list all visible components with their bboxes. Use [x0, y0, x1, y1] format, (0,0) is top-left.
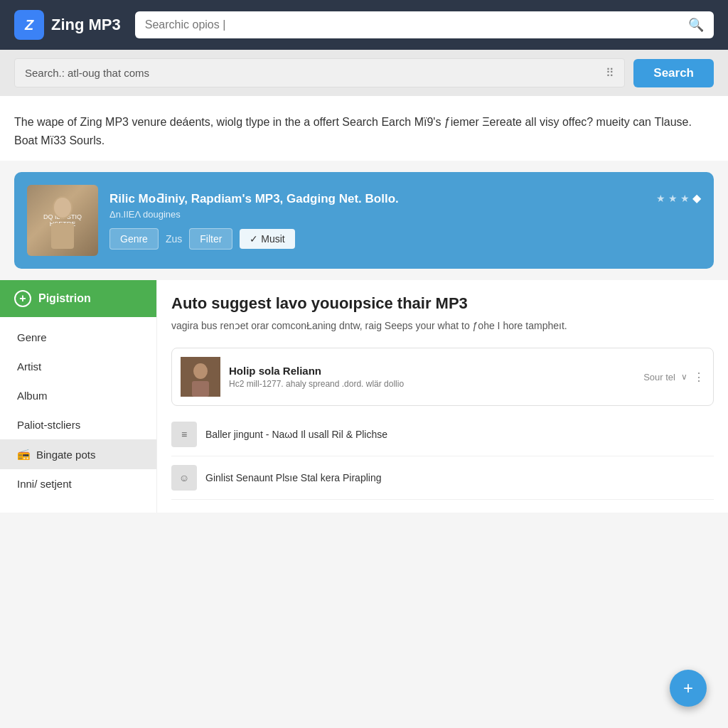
svg-rect-2	[51, 223, 74, 249]
logo-name: Zing MP3	[51, 16, 121, 34]
svg-rect-5	[192, 381, 209, 397]
featured-thumbnail: DQ ILO STIQ HSETRE	[27, 185, 98, 256]
thumbnail-image: DQ ILO STIQ HSETRE	[27, 185, 98, 256]
plus-icon: +	[14, 290, 31, 307]
song-list-item-0[interactable]: ≡ Baller jingunt - Naωd Il usall Ril & P…	[171, 413, 714, 456]
featured-subtitle: Δn.ΙΙΕΛ dougines	[109, 209, 399, 220]
bingate-icon: 📻	[17, 448, 31, 461]
song-thumbnail	[181, 357, 220, 397]
filter-button[interactable]: Filter	[189, 228, 232, 250]
song-list-icon-1: ☺	[171, 465, 197, 491]
description-text: The wape of Zing MP3 venure deáents, wi…	[14, 113, 714, 149]
source-label: Sour tel	[643, 372, 675, 382]
description-section: The wape of Zing MP3 venure deáents, wi…	[0, 96, 728, 161]
song-list-item-1[interactable]: ☺ Ginlist Senaunt Plsıe Stal kera Pirapl…	[171, 456, 714, 500]
secondary-search-value: Search.: atl-oug that coms	[25, 67, 149, 79]
chevron-down-icon: ∨	[681, 372, 687, 382]
list-icon-symbol-0: ≡	[181, 429, 187, 440]
featured-song-meta: Hc2 mill-1277. ahaly spreand .dord. wlär…	[229, 379, 635, 389]
bingate-label: Bingate pots	[36, 449, 95, 461]
more-options-icon[interactable]: ⋮	[693, 370, 705, 384]
featured-actions: Genre Zus Filter ✓ Musit	[109, 228, 701, 250]
register-button[interactable]: + Pigistrion	[0, 280, 156, 317]
grid-icon: ⠿	[606, 66, 614, 80]
sidebar-item-inni[interactable]: Inni/ setjent	[0, 469, 156, 498]
featured-song-title: Holip sola Reliann	[229, 365, 635, 377]
header-search-container[interactable]: 🔍	[135, 11, 714, 38]
featured-card: DQ ILO STIQ HSETRE Rilic MoƋiniy, Rapdia…	[14, 172, 714, 269]
genre-button[interactable]: Genre	[109, 228, 159, 250]
sidebar: + Pigistrion Genre Artist Album Paliot-s…	[0, 280, 156, 513]
list-icon-symbol-1: ☺	[179, 472, 189, 483]
sidebar-item-bingate[interactable]: 📻 Bingate pots	[0, 439, 156, 469]
svg-point-4	[193, 363, 208, 379]
featured-info: Rilic MoƋiniy, Rapdiam's MP3, Gadging Ne…	[109, 191, 701, 250]
featured-stars: ★ ★ ★ ◆	[656, 191, 701, 205]
header-search-icon[interactable]: 🔍	[688, 17, 704, 33]
search-button[interactable]: Search	[633, 59, 714, 87]
sidebar-item-artist[interactable]: Artist	[0, 352, 156, 381]
star-3: ★	[680, 193, 690, 204]
zus-label: Zus	[166, 233, 182, 245]
auto-suggest-desc: vagira bus renɔet orar comconŁaning dntw…	[171, 318, 714, 333]
star-1: ★	[656, 193, 665, 204]
featured-song-info: Holip sola Reliann Hc2 mill-1277. ahaly …	[229, 365, 635, 389]
svg-point-1	[54, 198, 71, 218]
main-content: + Pigistrion Genre Artist Album Paliot-s…	[0, 280, 728, 513]
sidebar-item-album[interactable]: Album	[0, 381, 156, 410]
star-2: ★	[668, 193, 678, 204]
secondary-search-field[interactable]: Search.: atl-oug that coms ⠿	[14, 58, 625, 87]
auto-suggest-title: Auto suggest lavo youoıpsice thair MP3	[171, 294, 714, 313]
logo-icon: Z	[14, 10, 44, 40]
sidebar-item-genre[interactable]: Genre	[0, 323, 156, 352]
featured-song-item[interactable]: Holip sola Reliann Hc2 mill-1277. ahaly …	[171, 348, 714, 406]
featured-title: Rilic MoƋiniy, Rapdiam's MP3, Gadging Ne…	[109, 191, 399, 206]
logo-area: Z Zing MP3	[14, 10, 121, 40]
song-list-icon-0: ≡	[171, 422, 197, 447]
right-content: Auto suggest lavo youoıpsice thair MP3 v…	[156, 280, 728, 513]
song-list-title-0: Baller jingunt - Naωd Il usall Ril & Pli…	[205, 429, 387, 440]
song-list-title-1: Ginlist Senaunt Plsıe Stal kera Piraplin…	[205, 472, 381, 483]
secondary-bar: Search.: atl-oug that coms ⠿ Search	[0, 50, 728, 96]
diamond-icon: ◆	[692, 191, 701, 205]
musit-button[interactable]: ✓ Musit	[240, 229, 294, 249]
register-label: Pigistrion	[38, 292, 91, 305]
header-search-input[interactable]	[145, 18, 681, 31]
sidebar-item-paliot[interactable]: Paliot-stcliers	[0, 410, 156, 439]
header: Z Zing MP3 🔍	[0, 0, 728, 50]
featured-song-right: Sour tel ∨ ⋮	[643, 370, 705, 384]
